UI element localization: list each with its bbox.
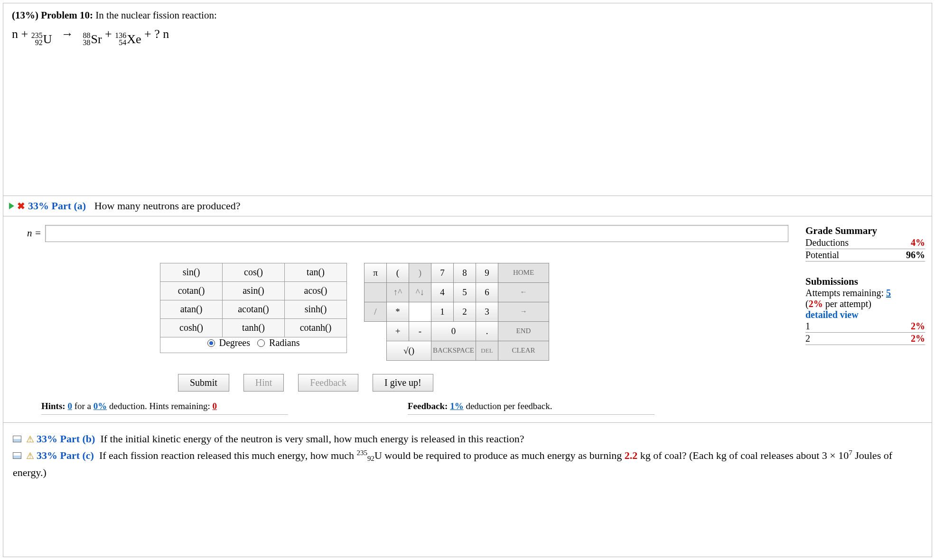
key-gap	[409, 302, 431, 321]
iso-Xe-atomic: 54	[115, 39, 126, 46]
part-a-weight: 33%	[28, 200, 49, 212]
key-7[interactable]: 7	[431, 263, 454, 282]
isotope-Sr: 88 38 Sr	[83, 30, 102, 48]
eqn-plus1: +	[105, 27, 112, 41]
key-2[interactable]: 2	[454, 302, 476, 321]
degrees-label: Degrees	[219, 337, 251, 348]
fn-atan[interactable]: atan()	[160, 300, 223, 318]
feedback-button[interactable]: Feedback	[298, 374, 358, 392]
close-icon[interactable]: ✖	[17, 200, 25, 212]
answer-input[interactable]	[45, 225, 788, 242]
part-a-label: Part (a)	[52, 200, 86, 212]
key-left[interactable]: ←	[498, 282, 549, 302]
submit-button[interactable]: Submit	[178, 374, 229, 392]
gs-potential-label: Potential	[805, 250, 839, 261]
warning-icon: ⚠	[26, 434, 34, 444]
part-c-text-1: If each fission reaction released this m…	[99, 449, 356, 461]
attempt-1-value: 2%	[911, 321, 925, 332]
key-blank1	[365, 282, 387, 302]
key-dot[interactable]: .	[476, 321, 498, 341]
key-home[interactable]: HOME	[498, 263, 549, 282]
fn-cotan[interactable]: cotan()	[160, 281, 223, 300]
key-5[interactable]: 5	[454, 282, 476, 302]
expand-icon[interactable]	[9, 203, 14, 209]
iso-U-atomic: 92	[31, 39, 43, 46]
function-pad: sin() cos() tan() cotan() asin() acos() …	[160, 263, 347, 361]
key-slash[interactable]: /	[365, 302, 387, 321]
key-backspace[interactable]: BACKSPACE	[431, 341, 476, 360]
giveup-button[interactable]: I give up!	[373, 374, 433, 392]
key-8[interactable]: 8	[454, 263, 476, 282]
fn-tanh[interactable]: tanh()	[223, 318, 285, 337]
key-down[interactable]: ^↓	[409, 282, 431, 302]
fn-asin[interactable]: asin()	[223, 281, 285, 300]
key-0[interactable]: 0	[431, 321, 476, 341]
attempts-left: 5	[886, 288, 891, 298]
isotope-Xe: 136 54 Xe	[115, 30, 141, 48]
problem-statement: (13%) Problem 10: In the nuclear fission…	[3, 3, 932, 51]
part-c-label: Part (c)	[60, 449, 94, 461]
fn-sin[interactable]: sin()	[160, 263, 223, 281]
key-pi[interactable]: π	[365, 263, 387, 282]
key-lparen[interactable]: (	[387, 263, 409, 282]
gs-deductions-value: 4%	[911, 237, 925, 248]
fb-pct[interactable]: 1%	[450, 401, 464, 411]
part-b-weight: 33%	[37, 433, 57, 445]
attempt-2-label: 2	[805, 333, 810, 344]
part-c-exp: 7	[849, 449, 852, 457]
key-6[interactable]: 6	[476, 282, 498, 302]
fb-tail: deduction per feedback.	[466, 401, 552, 411]
iso-Xe-symbol: Xe	[127, 30, 141, 48]
key-plus[interactable]: +	[387, 321, 409, 341]
grade-summary-title: Grade Summary	[805, 225, 925, 237]
key-3[interactable]: 3	[476, 302, 498, 321]
fn-acotan[interactable]: acotan()	[223, 300, 285, 318]
part-c-weight: 33%	[37, 449, 57, 461]
eqn-tail: + ? n	[144, 27, 169, 41]
key-9[interactable]: 9	[476, 263, 498, 282]
iso-Sr-symbol: Sr	[91, 30, 102, 48]
part-a-question: How many neutrons are produced?	[94, 200, 241, 212]
fn-cotanh[interactable]: cotanh()	[285, 318, 347, 337]
key-minus[interactable]: -	[409, 321, 431, 341]
expand-box-icon[interactable]	[13, 452, 21, 459]
isotope-U: 235 92 U	[31, 30, 52, 48]
key-end[interactable]: END	[498, 321, 549, 341]
key-4[interactable]: 4	[431, 282, 454, 302]
fn-cos[interactable]: cos()	[223, 263, 285, 281]
hint-button[interactable]: Hint	[243, 374, 284, 392]
expand-box-icon[interactable]	[13, 436, 21, 442]
attempt-1-label: 1	[805, 321, 810, 332]
key-1[interactable]: 1	[431, 302, 454, 321]
hints-pct[interactable]: 0%	[94, 401, 107, 411]
other-parts: ⚠ 33% Part (b) If the initial kinetic en…	[3, 422, 932, 488]
radians-radio[interactable]	[257, 339, 265, 347]
detailed-view-link[interactable]: detailed view	[805, 309, 925, 320]
key-clear[interactable]: CLEAR	[498, 341, 549, 360]
part-b-row[interactable]: ⚠ 33% Part (b) If the initial kinetic en…	[13, 430, 922, 447]
key-up[interactable]: ↑^	[387, 282, 409, 302]
fb-label: Feedback:	[408, 401, 448, 411]
key-del[interactable]: DEL	[476, 341, 498, 360]
key-right[interactable]: →	[498, 302, 549, 321]
degrees-radio[interactable]	[207, 339, 215, 347]
eqn-lhs-prefix: n +	[12, 27, 28, 41]
hints-left: 0	[212, 401, 217, 411]
iso-Sr-atomic: 38	[83, 39, 90, 46]
key-star[interactable]: *	[387, 302, 409, 321]
fn-tan[interactable]: tan()	[285, 263, 347, 281]
part-c-row[interactable]: ⚠ 33% Part (c) If each fission reaction …	[13, 447, 922, 481]
part-b-text: If the initial kinetic energy of the neu…	[100, 433, 524, 445]
fn-sinh[interactable]: sinh()	[285, 300, 347, 318]
warning-icon: ⚠	[26, 451, 34, 461]
reaction-equation: n + 235 92 U → 88 38 Sr + 136	[12, 25, 923, 48]
fn-acos[interactable]: acos()	[285, 281, 347, 300]
fn-cosh[interactable]: cosh()	[160, 318, 223, 337]
hints-fora: for a	[75, 401, 91, 411]
part-c-iso-mass: 235	[356, 449, 367, 457]
radians-label: Radians	[269, 337, 299, 348]
hints-count[interactable]: 0	[67, 401, 72, 411]
key-sqrt[interactable]: √()	[387, 341, 431, 360]
key-rparen[interactable]: )	[409, 263, 431, 282]
iso-U-symbol: U	[43, 30, 52, 48]
